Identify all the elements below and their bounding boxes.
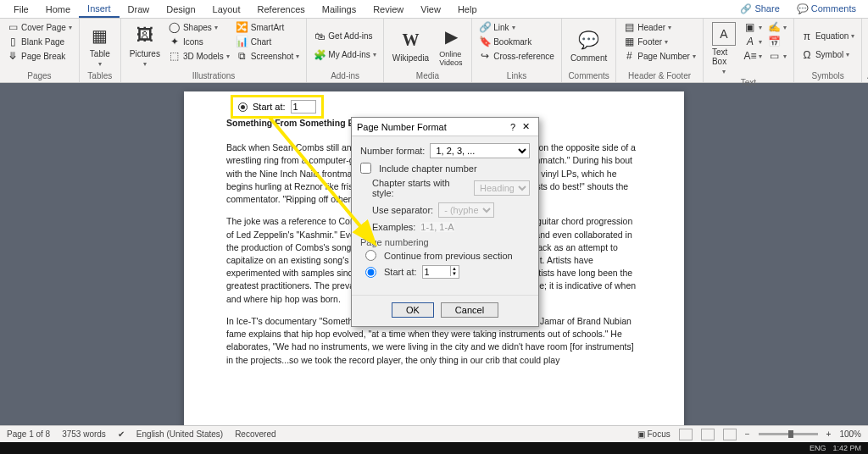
get-addins-button[interactable]: 🛍Get Add-ins <box>312 30 377 43</box>
store-icon: 🛍 <box>314 30 326 42</box>
group-pages-label: Pages <box>5 70 74 82</box>
bookmark-button[interactable]: 🔖Bookmark <box>477 35 556 48</box>
smartart-icon: 🔀 <box>236 21 248 33</box>
language-status[interactable]: English (United States) <box>136 429 223 439</box>
spin-down-icon[interactable]: ▼ <box>450 271 459 276</box>
number-format-select[interactable]: 1, 2, 3, ... <box>430 143 530 158</box>
table-button[interactable]: ▦Table▾ <box>85 20 115 70</box>
object-button[interactable]: ▭▾ <box>767 49 788 63</box>
chart-icon: 📊 <box>236 36 248 47</box>
wikipedia-button[interactable]: WWikipedia <box>389 20 432 70</box>
icons-button[interactable]: ✦Icons <box>167 35 231 48</box>
comment-button[interactable]: 💬Comment <box>567 20 610 70</box>
icons-icon: ✦ <box>169 36 181 47</box>
share-button[interactable]: 🔗 Share <box>733 2 786 16</box>
cancel-button[interactable]: Cancel <box>441 302 498 318</box>
table-icon: ▦ <box>88 24 112 47</box>
zoom-slider[interactable] <box>759 433 818 435</box>
include-chapter-checkbox[interactable] <box>360 163 371 174</box>
zoom-level[interactable]: 100% <box>839 429 861 439</box>
page-break-button[interactable]: ⤋Page Break <box>5 49 74 63</box>
footer-button[interactable]: ▦Footer▾ <box>621 35 698 48</box>
cross-reference-button[interactable]: ↪Cross-reference <box>477 49 556 63</box>
signature-icon: ✍ <box>769 21 781 33</box>
smartart-button[interactable]: 🔀SmartArt <box>235 20 302 34</box>
zoom-in-button[interactable]: + <box>826 429 832 439</box>
continue-label: Continue from previous section <box>384 251 513 261</box>
read-mode-button[interactable] <box>679 429 693 440</box>
start-at-label: Start at: <box>253 102 286 112</box>
text-box-icon: A <box>712 22 736 46</box>
page-numbering-label: Page numbering <box>360 237 530 247</box>
tab-home[interactable]: Home <box>37 2 79 17</box>
wordart-button[interactable]: A▾ <box>743 35 764 48</box>
web-layout-button[interactable] <box>723 429 737 440</box>
focus-mode-button[interactable]: ▣ Focus <box>637 429 670 439</box>
dialog-help-button[interactable]: ? <box>507 122 519 132</box>
tab-design[interactable]: Design <box>158 2 203 17</box>
3d-models-icon: ⬚ <box>169 50 181 62</box>
pictures-button[interactable]: 🖼Pictures▾ <box>126 20 164 70</box>
spell-check-icon[interactable]: ✔ <box>118 429 125 439</box>
start-at-callout: Start at: <box>231 95 324 119</box>
separator-label: Use separator: <box>372 205 433 215</box>
chapter-style-select: Heading 1 <box>474 180 530 196</box>
start-at-input[interactable] <box>423 266 450 278</box>
date-time-button[interactable]: 📅 <box>767 35 788 48</box>
bookmark-icon: 🔖 <box>479 36 491 47</box>
symbol-button[interactable]: ΩSymbol▾ <box>799 48 856 62</box>
comments-button[interactable]: 💬 Comments <box>790 2 863 16</box>
signature-line-button[interactable]: ✍▾ <box>767 20 788 34</box>
start-at-spinner[interactable]: ▲▼ <box>422 265 459 279</box>
tab-references[interactable]: References <box>249 2 314 17</box>
quick-parts-icon: ▣ <box>744 21 756 33</box>
word-count[interactable]: 3753 words <box>62 429 106 439</box>
zoom-out-button[interactable]: − <box>745 429 750 439</box>
crossref-icon: ↪ <box>479 50 491 62</box>
continue-radio[interactable] <box>365 250 376 261</box>
chart-button[interactable]: 📊Chart <box>235 35 302 48</box>
separator-select: - (hyphen) <box>438 202 494 218</box>
number-format-label: Number format: <box>360 146 425 156</box>
text-box-button[interactable]: AText Box▾ <box>709 20 739 77</box>
group-media-label: Media <box>389 70 466 82</box>
tab-mailings[interactable]: Mailings <box>314 2 364 17</box>
drop-cap-button[interactable]: A≡▾ <box>743 49 764 63</box>
page-count[interactable]: Page 1 of 8 <box>7 429 50 439</box>
quick-parts-button[interactable]: ▣▾ <box>743 20 764 34</box>
group-tables-label: Tables <box>85 70 115 82</box>
3d-models-button[interactable]: ⬚3D Models▾ <box>167 49 231 63</box>
screenshot-icon: ⧉ <box>236 50 248 62</box>
ok-button[interactable]: OK <box>392 302 434 318</box>
tab-help[interactable]: Help <box>449 2 486 17</box>
tab-view[interactable]: View <box>412 2 449 17</box>
wordart-icon: A <box>744 36 756 47</box>
menu-bar: File Home Insert Draw Design Layout Refe… <box>0 0 868 19</box>
cover-page-button[interactable]: ▭Cover Page▾ <box>5 20 74 34</box>
dialog-close-button[interactable]: ✕ <box>519 121 533 132</box>
link-icon: 🔗 <box>479 21 491 33</box>
screenshot-button[interactable]: ⧉Screenshot▾ <box>235 49 302 63</box>
equation-button[interactable]: πEquation▾ <box>799 30 856 43</box>
blank-page-button[interactable]: ▯Blank Page <box>5 35 74 48</box>
page-number-format-dialog: Page Number Format ? ✕ Number format: 1,… <box>351 117 539 327</box>
group-links-label: Links <box>477 70 556 82</box>
drop-cap-icon: A≡ <box>744 50 756 62</box>
group-addins-label: Add-ins <box>312 70 377 82</box>
tab-layout[interactable]: Layout <box>204 2 249 17</box>
print-layout-button[interactable] <box>701 429 715 440</box>
tab-draw[interactable]: Draw <box>120 2 159 17</box>
chapter-style-label: Chapter starts with style: <box>372 178 469 198</box>
tab-file[interactable]: File <box>5 2 37 17</box>
tab-insert[interactable]: Insert <box>79 1 120 18</box>
link-button[interactable]: 🔗Link▾ <box>477 20 556 34</box>
online-videos-button[interactable]: ▶Online Videos <box>436 20 466 70</box>
start-at-radio[interactable] <box>365 267 376 278</box>
tab-review[interactable]: Review <box>364 2 412 17</box>
shapes-button[interactable]: ◯Shapes▾ <box>167 20 231 34</box>
group-illustrations-label: Illustrations <box>126 70 302 82</box>
my-addins-button[interactable]: 🧩My Add-ins▾ <box>312 48 377 62</box>
page-number-button[interactable]: #Page Number▾ <box>621 49 698 63</box>
taskbar-lang[interactable]: ENG <box>810 444 826 452</box>
header-button[interactable]: ▤Header▾ <box>621 20 698 34</box>
